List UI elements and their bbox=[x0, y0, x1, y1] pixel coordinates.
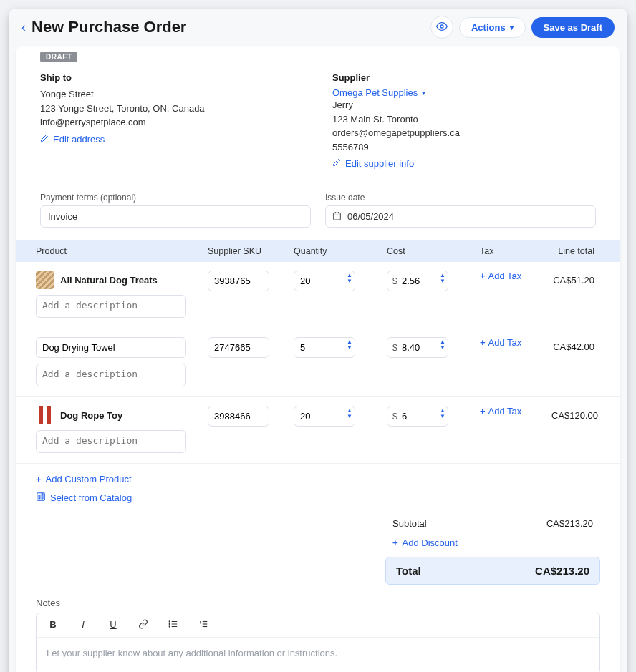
page-title: New Purchase Order bbox=[32, 18, 425, 36]
back-icon[interactable]: ‹ bbox=[21, 20, 26, 35]
pencil-icon bbox=[40, 134, 49, 145]
product-description-input[interactable] bbox=[36, 364, 186, 386]
step-down-icon[interactable]: ▼ bbox=[440, 278, 445, 284]
chevron-down-icon: ▾ bbox=[422, 89, 425, 97]
notes-editor: B I U Let your supplier know about any a… bbox=[36, 613, 600, 672]
preview-button[interactable] bbox=[430, 16, 453, 39]
step-down-icon[interactable]: ▼ bbox=[440, 414, 445, 419]
eye-icon bbox=[436, 21, 448, 34]
bold-icon[interactable]: B bbox=[47, 619, 59, 631]
payment-terms-label: Payment terms (optional) bbox=[40, 193, 311, 203]
total-label: Total bbox=[396, 565, 421, 577]
edit-address-link[interactable]: Edit address bbox=[40, 134, 105, 145]
dollar-icon: $ bbox=[392, 412, 398, 422]
svg-rect-6 bbox=[39, 495, 40, 499]
line-total: CA$120.00 bbox=[551, 406, 604, 421]
ship-to-address: 123 Yonge Street, Toronto, ON, Canada bbox=[40, 102, 304, 116]
payment-terms-input[interactable] bbox=[40, 205, 311, 228]
pencil-icon bbox=[332, 158, 341, 169]
address-section: Ship to Yonge Street 123 Yonge Street, T… bbox=[16, 68, 620, 180]
main-card: DRAFT Ship to Yonge Street 123 Yonge Str… bbox=[16, 46, 620, 672]
plus-icon: + bbox=[480, 337, 486, 348]
save-draft-button[interactable]: Save as Draft bbox=[531, 17, 615, 38]
col-tax: Tax bbox=[480, 246, 551, 256]
subtotal-value: CA$213.20 bbox=[546, 518, 593, 529]
product-description-input[interactable] bbox=[36, 430, 186, 453]
sku-input[interactable] bbox=[208, 337, 269, 358]
add-discount-link[interactable]: + Add Discount bbox=[392, 537, 458, 548]
svg-point-0 bbox=[440, 25, 443, 28]
calendar-icon bbox=[332, 211, 342, 223]
payment-terms-field: Payment terms (optional) bbox=[40, 193, 311, 228]
sku-input[interactable] bbox=[208, 271, 269, 291]
col-cost: Cost bbox=[387, 246, 480, 256]
step-down-icon[interactable]: ▼ bbox=[440, 345, 445, 351]
plus-icon: + bbox=[36, 474, 42, 484]
below-grid-actions: + Add Custom Product Select from Catalog bbox=[16, 464, 620, 504]
svg-rect-1 bbox=[334, 213, 341, 220]
products-header: Product Supplier SKU Quantity Cost Tax L… bbox=[16, 240, 620, 262]
svg-rect-7 bbox=[42, 494, 43, 499]
ship-to-label: Ship to bbox=[40, 72, 304, 83]
actions-button[interactable]: Actions ▾ bbox=[459, 17, 526, 38]
product-thumb bbox=[36, 271, 54, 289]
total-row: Total CA$213.20 bbox=[385, 557, 600, 585]
svg-point-13 bbox=[169, 626, 170, 627]
product-row: ▲▼$▲▼+Add TaxCA$42.00 bbox=[16, 328, 620, 397]
ship-to-name: Yonge Street bbox=[40, 87, 304, 102]
subtotal-label: Subtotal bbox=[392, 518, 427, 529]
sku-input[interactable] bbox=[208, 406, 269, 427]
supplier-label: Supplier bbox=[332, 72, 596, 83]
product-description-input[interactable] bbox=[36, 295, 186, 318]
add-tax-link[interactable]: +Add Tax bbox=[480, 337, 521, 348]
line-total: CA$42.00 bbox=[551, 337, 600, 352]
select-from-catalog-link[interactable]: Select from Catalog bbox=[36, 492, 600, 504]
bullet-list-icon[interactable] bbox=[167, 619, 180, 631]
supplier-email: orders@omegapetpuppliers.ca bbox=[332, 126, 596, 140]
underline-icon[interactable]: U bbox=[107, 619, 120, 631]
plus-icon: + bbox=[480, 406, 486, 417]
svg-rect-5 bbox=[37, 493, 45, 501]
totals-block: Subtotal CA$213.20 + Add Discount Total … bbox=[385, 514, 600, 585]
divider bbox=[40, 182, 596, 182]
svg-point-11 bbox=[169, 621, 170, 622]
supplier-select[interactable]: Omega Pet Supplies ▾ bbox=[332, 87, 425, 98]
step-down-icon[interactable]: ▼ bbox=[347, 278, 352, 284]
ship-to-block: Ship to Yonge Street 123 Yonge Street, T… bbox=[40, 72, 304, 169]
chevron-down-icon: ▾ bbox=[510, 24, 514, 31]
status-badge: DRAFT bbox=[40, 52, 77, 62]
ordered-list-icon[interactable] bbox=[197, 619, 210, 631]
step-down-icon[interactable]: ▼ bbox=[347, 414, 352, 419]
edit-supplier-link[interactable]: Edit supplier info bbox=[332, 158, 414, 169]
step-down-icon[interactable]: ▼ bbox=[347, 345, 352, 351]
add-discount-row: + Add Discount bbox=[385, 533, 600, 552]
purchase-order-page: ‹ New Purchase Order Actions ▾ Save as D… bbox=[9, 9, 627, 672]
product-thumb bbox=[36, 406, 54, 424]
ship-to-email: info@perryspetplace.com bbox=[40, 115, 304, 130]
col-sku: Supplier SKU bbox=[208, 246, 294, 256]
issue-date-field: Issue date bbox=[325, 193, 596, 228]
product-name-input[interactable] bbox=[36, 337, 186, 358]
col-product: Product bbox=[36, 246, 208, 256]
add-tax-link[interactable]: +Add Tax bbox=[480, 271, 521, 281]
supplier-block: Supplier Omega Pet Supplies ▾ Jerry 123 … bbox=[332, 72, 596, 169]
product-row: Dog Rope Toy▲▼$▲▼+Add TaxCA$120.00 bbox=[16, 397, 620, 464]
issue-date-input[interactable] bbox=[325, 205, 596, 228]
notes-textarea[interactable]: Let your supplier know about any additio… bbox=[37, 638, 599, 672]
notes-section: Notes B I U Let your supplier kn bbox=[16, 585, 620, 672]
add-custom-product-link[interactable]: + Add Custom Product bbox=[36, 474, 600, 484]
page-header: ‹ New Purchase Order Actions ▾ Save as D… bbox=[9, 9, 627, 46]
product-name: Dog Rope Toy bbox=[60, 410, 122, 421]
link-icon[interactable] bbox=[137, 619, 150, 631]
line-total: CA$51.20 bbox=[551, 271, 600, 286]
supplier-address: 123 Main St. Toronto bbox=[332, 112, 596, 127]
catalog-icon bbox=[36, 492, 46, 504]
terms-row: Payment terms (optional) Issue date bbox=[16, 193, 620, 228]
notes-label: Notes bbox=[36, 598, 600, 608]
italic-icon[interactable]: I bbox=[77, 619, 90, 631]
plus-icon: + bbox=[392, 537, 398, 548]
subtotal-row: Subtotal CA$213.20 bbox=[385, 514, 600, 533]
editor-toolbar: B I U bbox=[37, 613, 599, 638]
add-tax-link[interactable]: +Add Tax bbox=[480, 406, 521, 417]
supplier-phone: 5556789 bbox=[332, 140, 596, 155]
